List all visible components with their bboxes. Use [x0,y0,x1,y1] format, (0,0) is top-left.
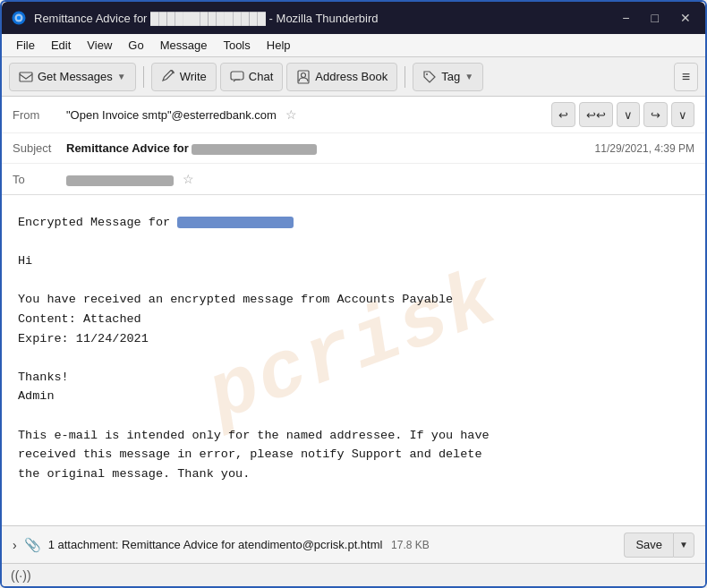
write-label: Write [180,70,207,83]
hamburger-button[interactable]: ≡ [674,63,698,91]
body-line-2: Content: Attached [18,310,689,329]
close-button[interactable]: ✕ [675,9,696,27]
body-line-3: Expire: 11/24/2021 [18,329,689,349]
disclaimer-text: This e-mail is intended only for the nam… [18,426,689,484]
status-bar: ((·)) [2,563,705,586]
attachment-clip-icon: 📎 [24,537,41,553]
email-body-wrapper: pcrisk Encrypted Message for Hi You have… [2,195,705,525]
svg-point-7 [426,73,428,75]
attachment-text: 1 attachment: Remittance Advice for aten… [48,538,618,551]
menu-tools[interactable]: Tools [216,37,257,54]
from-value: "Open Invoice smtp"@esterredbank.com ☆ [66,107,551,122]
tag-dropdown-arrow[interactable]: ▼ [464,72,473,81]
subject-value: Remittance Advice for [66,141,595,155]
header-action-buttons: ↩ ↩↩ ∨ ↪ ∨ [551,102,694,127]
from-label: From [13,108,66,122]
content-area: From "Open Invoice smtp"@esterredbank.co… [2,97,705,586]
title-bar-left: Remittance Advice for ██████████████ - M… [11,10,378,26]
get-messages-icon [19,70,33,84]
menu-view[interactable]: View [80,37,119,54]
get-messages-label: Get Messages [38,70,113,83]
subject-row: Subject Remittance Advice for 11/29/2021… [2,133,705,164]
to-redacted [66,175,174,186]
save-button-group: Save ▼ [624,533,694,558]
reply-button[interactable]: ↩ [551,102,575,127]
address-book-icon [296,70,311,84]
window-controls: − □ ✕ [617,9,696,27]
to-label: To [13,173,66,186]
wifi-status-icon: ((·)) [11,568,31,583]
subject-label: Subject [13,141,66,155]
subject-text: Remittance Advice for [66,141,189,155]
admin-line: Admin [18,387,689,406]
toolbar-divider-1 [143,66,144,88]
chat-button[interactable]: Chat [220,63,283,91]
address-book-label: Address Book [315,70,388,83]
encrypted-for-label: Encrypted Message for [18,216,170,229]
email-header: From "Open Invoice smtp"@esterredbank.co… [2,97,705,195]
svg-point-2 [17,16,21,21]
encrypted-for-line: Encrypted Message for [18,213,689,233]
thunderbird-icon [11,10,27,26]
toolbar: Get Messages ▼ Write Chat [2,57,705,97]
email-date: 11/29/2021, 4:39 PM [595,142,694,155]
app-window: Remittance Advice for ██████████████ - M… [0,0,707,588]
tag-button[interactable]: Tag ▼ [413,63,483,91]
write-icon [161,70,175,84]
tag-icon [422,70,437,84]
address-book-button[interactable]: Address Book [286,63,397,91]
forward-button[interactable]: ↪ [643,102,668,127]
email-body-content: Encrypted Message for Hi You have receiv… [18,213,689,483]
attachment-expand-button[interactable]: › [13,538,17,552]
menu-help[interactable]: Help [260,37,298,54]
from-address: "Open Invoice smtp"@esterredbank.com [66,108,277,122]
svg-rect-3 [20,72,32,81]
svg-point-6 [302,72,306,77]
menu-edit[interactable]: Edit [44,37,78,54]
menu-go[interactable]: Go [121,37,150,54]
from-row: From "Open Invoice smtp"@esterredbank.co… [2,97,705,133]
from-star-icon[interactable]: ☆ [285,107,297,122]
greeting-line: Hi [18,251,689,271]
thanks-line: Thanks! [18,368,689,388]
encrypted-email [177,217,294,228]
reply-all-button[interactable]: ↩↩ [579,102,613,127]
body-line-1: You have received an encrypted message f… [18,290,689,310]
title-bar: Remittance Advice for ██████████████ - M… [2,2,705,34]
to-value: ☆ [66,172,694,186]
email-body: pcrisk Encrypted Message for Hi You have… [2,195,705,501]
maximize-button[interactable]: □ [646,9,664,27]
get-messages-button[interactable]: Get Messages ▼ [9,63,136,91]
chat-icon [230,70,244,84]
attachment-bar: › 📎 1 attachment: Remittance Advice for … [2,525,705,563]
attachment-size: 17.8 KB [391,539,430,551]
window-title: Remittance Advice for ██████████████ - M… [34,12,378,25]
minimize-button[interactable]: − [617,9,635,27]
expand-headers-button[interactable]: ∨ [617,102,640,127]
to-row: To ☆ [2,164,705,194]
save-dropdown-button[interactable]: ▼ [673,533,694,558]
write-button[interactable]: Write [151,63,217,91]
attachment-filename: 1 attachment: Remittance Advice for aten… [48,538,383,551]
save-button[interactable]: Save [624,533,673,558]
menu-bar: File Edit View Go Message Tools Help [2,34,705,57]
menu-file[interactable]: File [9,37,42,54]
to-star-icon[interactable]: ☆ [183,172,194,186]
get-messages-dropdown-arrow[interactable]: ▼ [117,72,126,81]
more-actions-button[interactable]: ∨ [671,102,694,127]
chat-label: Chat [249,70,273,83]
svg-rect-4 [231,72,243,80]
tag-label: Tag [441,70,460,83]
subject-redacted [192,144,317,155]
menu-message[interactable]: Message [153,37,215,54]
toolbar-divider-2 [405,66,405,88]
